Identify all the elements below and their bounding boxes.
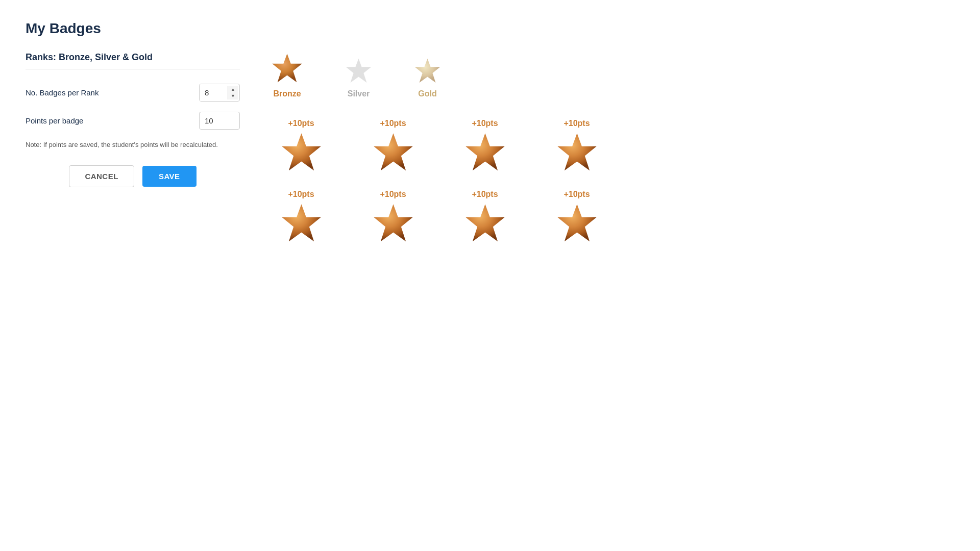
badge-star — [372, 131, 415, 174]
badges-per-rank-input[interactable] — [200, 84, 228, 101]
svg-marker-1 — [346, 59, 372, 83]
badge-pts: +10pts — [288, 190, 314, 199]
button-row: CANCEL SAVE — [26, 165, 240, 187]
svg-marker-5 — [465, 133, 505, 170]
divider — [26, 69, 240, 69]
badge-item: +10pts — [454, 190, 516, 245]
badge-item: +10pts — [362, 119, 424, 174]
badge-star — [555, 131, 599, 174]
badges-per-rank-label: No. Badges per Rank — [26, 88, 99, 97]
save-button[interactable]: SAVE — [142, 166, 197, 187]
badge-item: +10pts — [454, 119, 516, 174]
points-per-badge-input[interactable] — [199, 112, 240, 130]
svg-marker-9 — [465, 204, 505, 241]
badge-pts: +10pts — [380, 119, 406, 128]
badge-pts: +10pts — [472, 119, 498, 128]
badge-star — [280, 131, 323, 174]
bronze-star-large — [271, 52, 304, 85]
cancel-button[interactable]: CANCEL — [69, 165, 134, 187]
badge-item: +10pts — [546, 190, 607, 245]
badge-item: +10pts — [271, 190, 332, 245]
gold-rank-icon: Gold — [413, 57, 442, 98]
spinner-down-btn[interactable]: ▼ — [228, 93, 238, 99]
badge-pts: +10pts — [564, 119, 590, 128]
silver-star-large — [345, 57, 373, 85]
svg-marker-8 — [374, 204, 413, 241]
points-per-badge-label: Points per badge — [26, 116, 83, 125]
spinner-buttons: ▲ ▼ — [228, 86, 238, 99]
gold-rank-label: Gold — [418, 89, 436, 98]
badge-star — [555, 202, 599, 245]
bronze-rank-icon: Bronze — [271, 52, 304, 98]
badge-star — [463, 202, 507, 245]
svg-marker-0 — [272, 54, 302, 82]
badge-star — [280, 202, 323, 245]
ranks-title: Ranks: Bronze, Silver & Gold — [26, 52, 240, 63]
badge-item: +10pts — [546, 119, 607, 174]
badge-pts: +10pts — [380, 190, 406, 199]
gold-star-large — [413, 57, 442, 85]
bronze-rank-label: Bronze — [273, 89, 301, 98]
badge-pts: +10pts — [564, 190, 590, 199]
page-title: My Badges — [26, 20, 954, 37]
main-content: Ranks: Bronze, Silver & Gold No. Badges … — [26, 52, 954, 245]
rank-icons-row: Bronze Silver — [271, 52, 954, 98]
badge-star — [372, 202, 415, 245]
badges-per-rank-row: No. Badges per Rank ▲ ▼ — [26, 84, 240, 102]
svg-marker-6 — [557, 133, 597, 170]
svg-marker-2 — [415, 59, 440, 83]
badges-grid: +10pts +10pts — [271, 119, 954, 245]
svg-marker-3 — [282, 133, 321, 170]
silver-rank-icon: Silver — [345, 57, 373, 98]
svg-marker-7 — [282, 204, 321, 241]
badges-per-rank-spinner[interactable]: ▲ ▼ — [199, 84, 240, 102]
right-panel: Bronze Silver — [271, 52, 954, 245]
svg-marker-10 — [557, 204, 597, 241]
left-panel: Ranks: Bronze, Silver & Gold No. Badges … — [26, 52, 240, 187]
svg-marker-4 — [374, 133, 413, 170]
badge-pts: +10pts — [288, 119, 314, 128]
note-text: Note: If points are saved, the student's… — [26, 140, 240, 150]
badge-item: +10pts — [362, 190, 424, 245]
points-per-badge-row: Points per badge — [26, 112, 240, 130]
badge-item: +10pts — [271, 119, 332, 174]
spinner-up-btn[interactable]: ▲ — [228, 86, 238, 93]
badge-star — [463, 131, 507, 174]
badge-pts: +10pts — [472, 190, 498, 199]
silver-rank-label: Silver — [348, 89, 370, 98]
